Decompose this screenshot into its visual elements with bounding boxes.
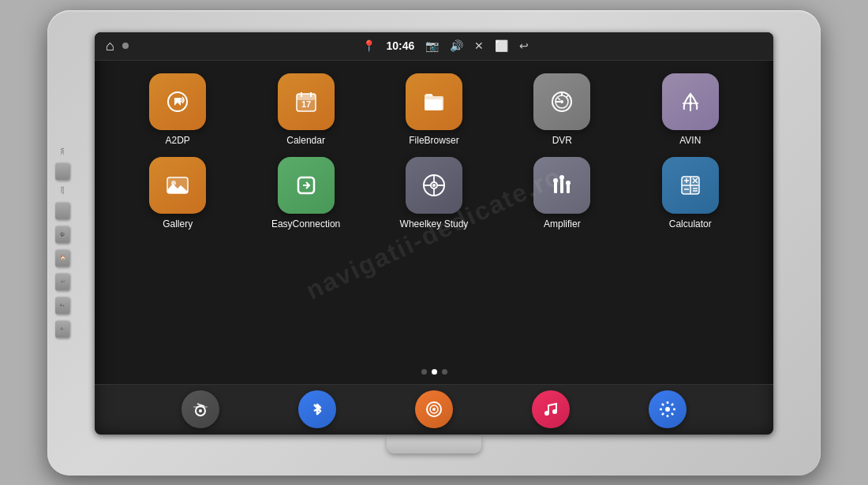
page-dot-1[interactable] xyxy=(421,369,427,375)
vol-down-button[interactable]: 4- xyxy=(55,320,69,338)
filebrowser-icon xyxy=(406,73,462,130)
calculator-icon xyxy=(662,157,719,214)
svg-point-49 xyxy=(665,407,670,412)
app-dvr[interactable]: DVR xyxy=(511,73,613,146)
svg-rect-27 xyxy=(567,185,570,193)
location-icon: 📍 xyxy=(362,39,376,52)
app-filebrowser[interactable]: FileBrowser xyxy=(383,73,485,146)
main-screen: navigatii-dedicate.ro ⌂ 📍 10:46 📷 🔊 ✕ ⬜ … xyxy=(95,32,773,435)
dock-music[interactable] xyxy=(532,390,570,428)
car-unit: MIC RST ⏻ 🏠 ↩ 4+ 4- navigatii-dedicate.r… xyxy=(47,10,821,476)
back-side-button[interactable]: ↩ xyxy=(55,273,69,290)
mic-button[interactable] xyxy=(55,162,69,180)
home-side-button[interactable]: 🏠 xyxy=(55,249,69,267)
app-easyconnection[interactable]: EasyConnection xyxy=(255,157,357,229)
app-row-2: Gallery EasyConnection xyxy=(114,157,754,229)
rst-button[interactable] xyxy=(55,202,69,219)
status-left: ⌂ xyxy=(106,38,129,54)
app-wheelkey[interactable]: Wheelkey Study xyxy=(383,157,485,229)
amplifier-label: Amplifier xyxy=(544,218,581,229)
home-icon[interactable]: ⌂ xyxy=(106,38,114,54)
back-icon[interactable]: ↩ xyxy=(519,39,529,52)
svg-point-48 xyxy=(552,409,557,414)
app-a2dp[interactable]: A2DP xyxy=(126,73,229,146)
app-gallery[interactable]: Gallery xyxy=(126,157,229,229)
page-dot-2[interactable] xyxy=(432,369,437,375)
app-amplifier[interactable]: Amplifier xyxy=(511,157,613,229)
status-center: 📍 10:46 📷 🔊 ✕ ⬜ ↩ xyxy=(362,39,529,52)
svg-point-20 xyxy=(432,184,436,187)
a2dp-label: A2DP xyxy=(166,135,190,146)
dock-settings[interactable] xyxy=(649,390,687,428)
wheelkey-label: Wheelkey Study xyxy=(400,218,469,229)
filebrowser-label: FileBrowser xyxy=(409,135,458,146)
status-bar: ⌂ 📍 10:46 📷 🔊 ✕ ⬜ ↩ xyxy=(95,32,773,61)
gallery-label: Gallery xyxy=(163,218,193,229)
status-time: 10:46 xyxy=(387,39,415,52)
avin-icon xyxy=(662,73,719,130)
svg-point-42 xyxy=(199,409,202,412)
svg-rect-43 xyxy=(193,406,208,408)
svg-point-46 xyxy=(432,408,436,411)
app-grid: A2DP 17 Calend xyxy=(114,73,754,355)
svg-text:17: 17 xyxy=(301,99,310,109)
svg-point-9 xyxy=(560,100,563,103)
svg-point-30 xyxy=(566,181,571,185)
gallery-icon xyxy=(149,157,206,214)
easyconnection-icon xyxy=(278,157,335,214)
dot-indicator xyxy=(122,43,129,49)
volume-icon: 🔊 xyxy=(450,39,463,52)
side-buttons-panel: MIC RST ⏻ 🏠 ↩ 4+ 4- xyxy=(55,147,69,338)
svg-point-29 xyxy=(559,175,564,180)
camera-icon: 📷 xyxy=(425,39,439,52)
page-dots xyxy=(114,366,754,378)
app-calendar[interactable]: 17 Calendar xyxy=(255,73,357,146)
svg-line-11 xyxy=(566,95,568,98)
wheelkey-icon xyxy=(406,157,462,214)
svg-rect-25 xyxy=(554,182,557,193)
svg-point-47 xyxy=(544,411,549,416)
bottom-mount xyxy=(387,436,481,453)
close-icon[interactable]: ✕ xyxy=(474,39,484,52)
dvr-icon xyxy=(533,73,590,130)
dvr-label: DVR xyxy=(552,135,572,146)
svg-rect-26 xyxy=(560,179,563,193)
bottom-dock xyxy=(95,384,773,435)
app-calculator[interactable]: Calculator xyxy=(639,157,742,229)
power-button[interactable]: ⏻ xyxy=(55,226,69,243)
avin-label: AVIN xyxy=(679,135,701,146)
svg-point-14 xyxy=(689,102,692,105)
amplifier-icon xyxy=(533,157,590,214)
main-content: A2DP 17 Calend xyxy=(95,61,773,384)
dock-video[interactable] xyxy=(415,390,453,428)
calendar-label: Calendar xyxy=(286,135,325,146)
app-row-1: A2DP 17 Calend xyxy=(114,73,754,146)
mic-label: MIC xyxy=(60,147,65,155)
svg-point-28 xyxy=(553,178,558,183)
page-dot-3[interactable] xyxy=(442,369,447,375)
rst-label: RST xyxy=(60,186,65,194)
dock-bluetooth[interactable] xyxy=(298,390,336,428)
calendar-icon: 17 xyxy=(278,73,335,130)
window-icon[interactable]: ⬜ xyxy=(495,39,508,52)
app-avin[interactable]: AVIN xyxy=(639,73,742,146)
vol-up-button[interactable]: 4+ xyxy=(55,297,69,314)
easyconnection-label: EasyConnection xyxy=(271,218,340,229)
dock-radio[interactable] xyxy=(181,390,219,428)
calculator-label: Calculator xyxy=(669,218,712,229)
a2dp-icon xyxy=(149,73,206,130)
